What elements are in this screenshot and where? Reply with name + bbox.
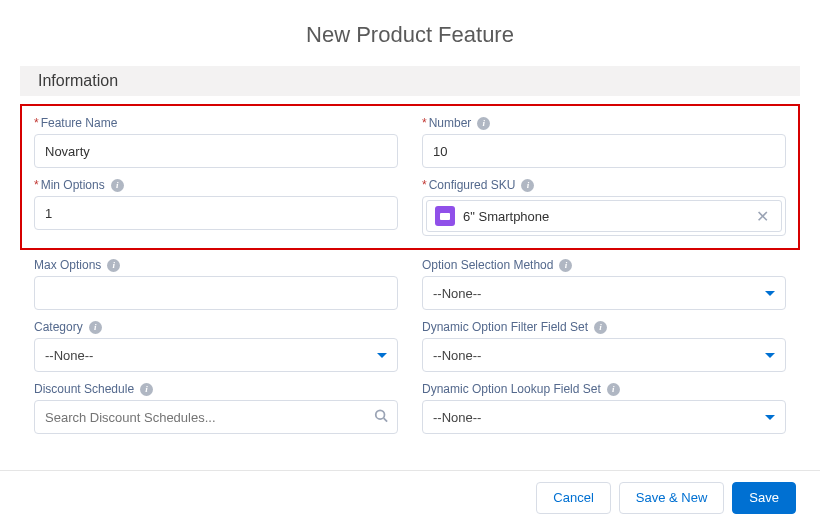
- feature-name-label: *Feature Name: [34, 116, 398, 130]
- save-and-new-button[interactable]: Save & New: [619, 482, 725, 514]
- save-button[interactable]: Save: [732, 482, 796, 514]
- info-icon: i: [477, 117, 490, 130]
- info-icon: i: [559, 259, 572, 272]
- form-area: *Feature Name *Number i *Min Options: [0, 96, 820, 474]
- category-select[interactable]: --None--: [34, 338, 398, 372]
- max-options-label: Max Options i: [34, 258, 398, 272]
- chevron-down-icon: [765, 415, 775, 420]
- required-fields-highlight: *Feature Name *Number i *Min Options: [20, 104, 800, 250]
- category-label: Category i: [34, 320, 398, 334]
- chevron-down-icon: [765, 291, 775, 296]
- info-icon: i: [89, 321, 102, 334]
- svg-line-1: [384, 418, 388, 422]
- feature-name-input[interactable]: [34, 134, 398, 168]
- category-value: --None--: [45, 348, 93, 363]
- number-label: *Number i: [422, 116, 786, 130]
- dynamic-option-lookup-value: --None--: [433, 410, 481, 425]
- discount-schedule-search[interactable]: [34, 400, 398, 434]
- info-icon: i: [607, 383, 620, 396]
- section-header-information: Information: [20, 66, 800, 96]
- option-selection-method-select[interactable]: --None--: [422, 276, 786, 310]
- min-options-input[interactable]: [34, 196, 398, 230]
- chevron-down-icon: [377, 353, 387, 358]
- modal-scroll-area[interactable]: New Product Feature Information *Feature…: [0, 0, 820, 524]
- remove-sku-icon[interactable]: ✕: [752, 207, 773, 226]
- dynamic-option-lookup-label: Dynamic Option Lookup Field Set i: [422, 382, 786, 396]
- max-options-input[interactable]: [34, 276, 398, 310]
- info-icon: i: [140, 383, 153, 396]
- option-selection-method-value: --None--: [433, 286, 481, 301]
- option-selection-method-label: Option Selection Method i: [422, 258, 786, 272]
- configured-sku-lookup[interactable]: 6" Smartphone ✕: [422, 196, 786, 236]
- dynamic-option-filter-label: Dynamic Option Filter Field Set i: [422, 320, 786, 334]
- number-input[interactable]: [422, 134, 786, 168]
- cancel-button[interactable]: Cancel: [536, 482, 610, 514]
- info-icon: i: [107, 259, 120, 272]
- min-options-label: *Min Options i: [34, 178, 398, 192]
- dynamic-option-filter-value: --None--: [433, 348, 481, 363]
- svg-point-0: [376, 410, 385, 419]
- configured-sku-value: 6" Smartphone: [463, 209, 744, 224]
- page-title: New Product Feature: [0, 0, 820, 66]
- search-icon: [374, 409, 388, 426]
- modal-footer: Cancel Save & New Save: [0, 470, 820, 524]
- info-icon: i: [521, 179, 534, 192]
- discount-schedule-label: Discount Schedule i: [34, 382, 398, 396]
- product-icon: [435, 206, 455, 226]
- dynamic-option-lookup-select[interactable]: --None--: [422, 400, 786, 434]
- info-icon: i: [111, 179, 124, 192]
- dynamic-option-filter-select[interactable]: --None--: [422, 338, 786, 372]
- chevron-down-icon: [765, 353, 775, 358]
- info-icon: i: [594, 321, 607, 334]
- configured-sku-label: *Configured SKU i: [422, 178, 786, 192]
